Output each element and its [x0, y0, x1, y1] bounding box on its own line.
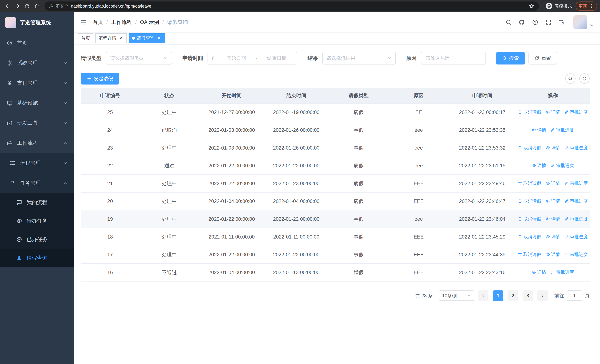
incognito-icon — [545, 3, 553, 10]
approval-progress-link[interactable]: 审批进度 — [564, 109, 588, 115]
cell-reason: EE — [389, 103, 449, 121]
security-badge[interactable]: 不安全 — [49, 3, 68, 9]
page-button-1[interactable]: 1 — [493, 290, 503, 301]
sidebar-item-done-tasks[interactable]: 已办任务 — [0, 230, 74, 249]
close-icon[interactable] — [156, 36, 162, 41]
browser-menu-button[interactable]: 更新 — [576, 1, 597, 11]
approval-progress-link[interactable]: 审批进度 — [551, 127, 574, 133]
chevron-right-icon — [540, 293, 545, 298]
sidebar-item-process-management[interactable]: 流程管理 — [0, 153, 74, 173]
cancel-leave-link[interactable]: 取消请假 — [518, 234, 541, 240]
detail-link[interactable]: 详情 — [532, 269, 546, 275]
create-leave-button[interactable]: 发起请假 — [81, 73, 119, 84]
trash-icon — [518, 217, 522, 221]
trash-icon — [518, 252, 522, 257]
toggle-search-button[interactable] — [565, 73, 576, 84]
sidebar-item-system[interactable]: 系统管理 — [0, 53, 74, 73]
browser-forward-button[interactable] — [13, 1, 22, 11]
browser-back-button[interactable] — [3, 1, 13, 11]
app-logo[interactable]: 芋道管理系统 — [0, 12, 74, 33]
workflow-submenu: 流程管理 任务管理 我的流程 — [0, 153, 74, 267]
trash-icon — [518, 199, 522, 203]
leave-type-select[interactable]: 请选择请假类型 — [106, 52, 172, 65]
detail-link[interactable]: 详情 — [545, 252, 560, 257]
tab-process-detail[interactable]: 流程详情 — [95, 33, 127, 43]
cancel-leave-link[interactable]: 取消请假 — [518, 145, 541, 151]
detail-link[interactable]: 详情 — [545, 216, 560, 222]
browser-reload-button[interactable] — [22, 1, 32, 11]
user-avatar[interactable] — [573, 15, 587, 29]
github-link-button[interactable] — [516, 17, 527, 28]
breadcrumb-oa-example[interactable]: OA 示例 — [140, 19, 159, 26]
sidebar-item-my-process[interactable]: 我的流程 — [0, 193, 74, 212]
eye-icon — [532, 163, 536, 168]
approval-progress-link[interactable]: 审批进度 — [564, 180, 588, 186]
tab-leave-query[interactable]: 请假查询 — [129, 33, 165, 43]
search-button[interactable]: 搜索 — [496, 52, 525, 65]
detail-link[interactable]: 详情 — [545, 234, 560, 240]
detail-link[interactable]: 详情 — [545, 180, 560, 186]
detail-link[interactable]: 详情 — [545, 198, 560, 204]
cancel-leave-link[interactable]: 取消请假 — [518, 216, 541, 222]
sidebar-item-devtools[interactable]: 研发工具 — [0, 113, 74, 133]
detail-link[interactable]: 详情 — [545, 145, 560, 151]
hamburger-icon — [80, 19, 87, 26]
next-page-button[interactable] — [537, 290, 548, 301]
approval-progress-link[interactable]: 审批进度 — [564, 252, 588, 257]
sidebar-item-home[interactable]: 首页 — [0, 33, 74, 53]
cancel-leave-link[interactable]: 取消请假 — [518, 252, 541, 257]
breadcrumb-home[interactable]: 首页 — [93, 19, 103, 26]
approval-progress-link[interactable]: 审批进度 — [551, 163, 574, 168]
result-select[interactable]: 请选择流结果 — [322, 52, 396, 65]
approval-progress-link[interactable]: 审批进度 — [564, 216, 588, 222]
briefcase-icon — [7, 140, 13, 146]
sidebar-item-todo-tasks[interactable]: 待办任务 — [0, 212, 74, 230]
header-search-button[interactable] — [503, 17, 514, 28]
prev-page-button[interactable] — [478, 290, 488, 301]
address-bar[interactable]: 不安全 dashboard.yudao.iocoder.cn/bpm/oa/le… — [45, 1, 539, 11]
date-range-separator: - — [256, 56, 257, 61]
approval-progress-link[interactable]: 审批进度 — [564, 234, 588, 240]
approval-progress-link[interactable]: 审批进度 — [551, 269, 574, 275]
sidebar-item-infrastructure[interactable]: 基础设施 — [0, 93, 74, 113]
cell-status: 处理中 — [139, 175, 199, 192]
bookmark-star-icon[interactable] — [529, 3, 534, 9]
reason-input[interactable] — [421, 52, 486, 65]
cell-id: 24 — [81, 121, 139, 139]
sidebar-toggle-button[interactable] — [80, 19, 87, 26]
close-icon[interactable] — [118, 36, 123, 41]
goto-page-input[interactable] — [567, 290, 582, 301]
col-leave-type: 请假类型 — [328, 88, 389, 103]
cancel-leave-link[interactable]: 取消请假 — [518, 109, 541, 115]
sidebar-item-payment[interactable]: 支付管理 — [0, 73, 74, 93]
reset-button[interactable]: 重置 — [528, 52, 557, 65]
detail-link[interactable]: 详情 — [532, 163, 546, 168]
incognito-badge: 无痕模式 — [545, 3, 572, 10]
font-size-button[interactable] — [556, 17, 567, 28]
home-icon — [34, 3, 39, 9]
sidebar-item-leave-query[interactable]: 请假查询 — [0, 249, 74, 267]
page-button-3[interactable]: 3 — [523, 290, 533, 301]
breadcrumb-workflow[interactable]: 工作流程 — [111, 19, 132, 26]
cancel-leave-link[interactable]: 取消请假 — [518, 198, 541, 204]
apply-time-range-picker[interactable]: 开始日期 - 结束日期 — [207, 52, 297, 65]
cancel-leave-link[interactable]: 取消请假 — [518, 180, 541, 186]
refresh-table-button[interactable] — [579, 73, 590, 84]
sidebar-item-workflow[interactable]: 工作流程 — [0, 133, 74, 153]
approval-progress-link[interactable]: 审批进度 — [564, 198, 588, 204]
fullscreen-button[interactable] — [543, 17, 554, 28]
page-size-select[interactable]: 10条/页 — [439, 290, 474, 301]
tab-home[interactable]: 首页 — [78, 33, 94, 43]
approval-progress-link[interactable]: 审批进度 — [564, 145, 588, 151]
cell-actions: 取消请假 详情 审批进度 — [516, 246, 590, 263]
cell-actions: 取消请假 详情 审批进度 — [516, 175, 590, 192]
detail-link[interactable]: 详情 — [532, 127, 546, 133]
browser-home-button[interactable] — [32, 1, 41, 11]
eye-icon — [532, 270, 536, 274]
sidebar-item-task-management[interactable]: 任务管理 — [0, 173, 74, 193]
help-button[interactable] — [530, 17, 541, 28]
reason-label: 原因 — [406, 55, 417, 62]
page-button-2[interactable]: 2 — [508, 290, 518, 301]
detail-link[interactable]: 详情 — [545, 109, 560, 115]
edit-pen-icon — [564, 146, 569, 150]
